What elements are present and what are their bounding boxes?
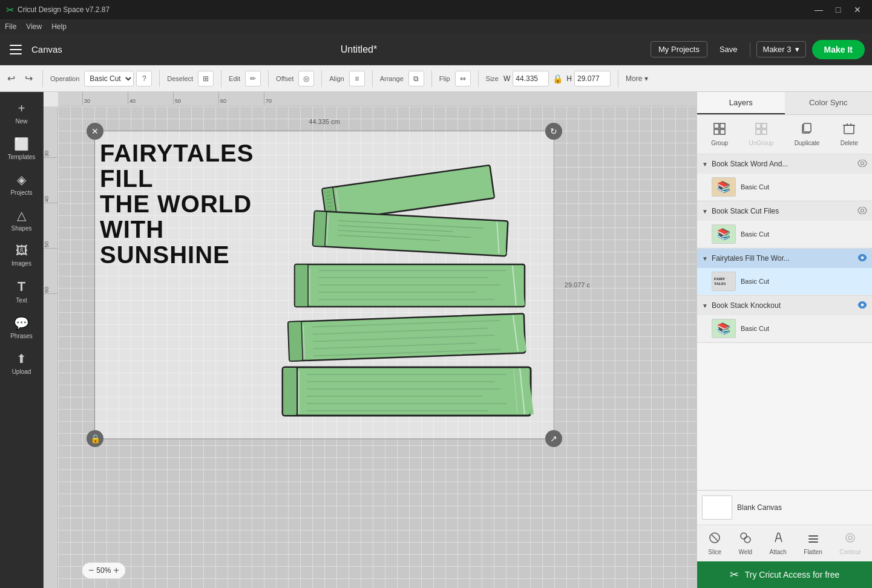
more-button[interactable]: More ▾	[626, 74, 648, 83]
sidebar-item-projects[interactable]: ◈ Projects	[2, 168, 41, 201]
tab-color-sync[interactable]: Color Sync	[785, 92, 873, 114]
svg-rect-37	[283, 367, 297, 416]
my-projects-button[interactable]: My Projects	[651, 41, 707, 57]
svg-point-67	[741, 533, 747, 539]
images-icon: 🖼	[16, 244, 28, 258]
sidebar-item-new[interactable]: + New	[2, 97, 41, 129]
redo-button[interactable]: ↪	[22, 71, 35, 85]
sidebar-item-phrases[interactable]: 💬 Phrases	[2, 311, 41, 344]
ruler-top: 30 40 50 60 70	[58, 92, 697, 106]
cricut-banner[interactable]: ✂ Try Cricut Access for free	[697, 561, 872, 588]
ruler-left: 30 40 50 60	[44, 106, 58, 588]
minimize-button[interactable]: —	[810, 4, 827, 16]
svg-rect-49	[756, 123, 761, 128]
menu-view[interactable]: View	[26, 22, 42, 31]
sidebar-item-templates[interactable]: ⬜ Templates	[2, 132, 41, 165]
canvas-area[interactable]: 30 40 50 60 70 30 40 50 60 44.335 cm 29.…	[44, 92, 697, 588]
svg-rect-70	[808, 538, 818, 540]
layer-visibility-bsw[interactable]	[857, 159, 867, 169]
sidebar-label-images: Images	[11, 260, 31, 267]
duplicate-button[interactable]: Duplicate	[790, 120, 825, 149]
weld-button[interactable]: Weld	[735, 529, 756, 558]
layer-item-ff[interactable]: FAIRYTALES Basic Cut	[697, 268, 872, 295]
shapes-icon: △	[17, 208, 26, 223]
slice-button[interactable]: Slice	[704, 529, 725, 558]
ruler-mark-v-40: 40	[44, 158, 57, 203]
svg-rect-12	[313, 211, 327, 247]
layer-visibility-bsk[interactable]	[857, 301, 867, 310]
sidebar-label-upload: Upload	[12, 368, 31, 375]
svg-text:TALES: TALES	[714, 282, 726, 286]
deselect-button[interactable]: ⊞	[198, 71, 214, 87]
duplicate-label: Duplicate	[795, 140, 820, 146]
menu-help[interactable]: Help	[51, 22, 67, 31]
sidebar-item-shapes[interactable]: △ Shapes	[2, 203, 41, 237]
delete-button[interactable]: Delete	[836, 120, 863, 149]
layer-name-bsw: Basic Cut	[741, 183, 769, 191]
layer-thumb-bsk: 📚	[712, 319, 736, 338]
edit-group: Edit ✏	[229, 71, 261, 87]
handle-bottom-left[interactable]: 🔒	[87, 430, 103, 447]
main-area: + New ⬜ Templates ◈ Projects △ Shapes 🖼 …	[0, 92, 872, 588]
undo-button[interactable]: ↩	[5, 71, 18, 85]
layer-group-header-bsk[interactable]: ▼ Book Stack Knockout	[697, 296, 872, 315]
design-frame[interactable]: 44.335 cm 29.077 c ✕ ↻ 🔒 ↗ FAIRYTALES FI…	[94, 131, 554, 439]
align-button[interactable]: ≡	[349, 71, 365, 87]
toolbar-sep-1	[42, 70, 43, 87]
tab-color-sync-label: Color Sync	[809, 98, 848, 107]
tab-layers[interactable]: Layers	[697, 92, 785, 114]
height-input[interactable]	[574, 71, 611, 87]
edit-button[interactable]: ✏	[245, 71, 261, 87]
svg-rect-47	[714, 129, 719, 134]
ruler-mark-v-30: 30	[44, 113, 57, 158]
layer-item-bsc[interactable]: 📚 Basic Cut	[697, 221, 872, 248]
bottom-panel: Blank Canvas Slice Weld	[697, 490, 872, 561]
arrange-button[interactable]: ⧉	[408, 71, 424, 87]
flatten-button[interactable]: Flatten	[800, 529, 826, 558]
zoom-in-button[interactable]: +	[113, 565, 119, 576]
layer-group-header-ff[interactable]: ▼ Fairytales Fill The Wor...	[697, 249, 872, 268]
flatten-label: Flatten	[804, 549, 822, 555]
layer-item-bsw[interactable]: 📚 Basic Cut	[697, 174, 872, 201]
layer-item-bsk[interactable]: 📚 Basic Cut	[697, 315, 872, 342]
layer-name-bsk: Basic Cut	[741, 325, 769, 332]
save-button[interactable]: Save	[713, 42, 744, 57]
attach-icon	[772, 531, 785, 547]
menu-file[interactable]: File	[5, 22, 16, 31]
panel-toolbar: Group UnGroup Duplicate Delete	[697, 115, 872, 154]
make-it-button[interactable]: Make It	[812, 40, 865, 59]
width-input[interactable]	[513, 71, 549, 87]
fairytales-text[interactable]: FAIRYTALES FILL THE WORLD WITH SUNSHINE	[100, 140, 269, 267]
svg-point-73	[848, 536, 852, 540]
layer-visibility-ff[interactable]	[857, 253, 867, 263]
operation-help-button[interactable]: ?	[136, 71, 152, 87]
handle-top-right[interactable]: ↻	[545, 123, 562, 140]
blank-canvas-row[interactable]: Blank Canvas	[697, 491, 872, 525]
zoom-out-button[interactable]: −	[88, 565, 94, 576]
layer-group-header-bsw[interactable]: ▼ Book Stack Word And...	[697, 154, 872, 174]
lock-icon[interactable]: 🔒	[552, 74, 563, 83]
svg-rect-21	[295, 264, 308, 307]
sidebar-item-upload[interactable]: ⬆ Upload	[2, 347, 41, 380]
layer-visibility-bsc[interactable]	[857, 206, 867, 216]
contour-button[interactable]: Contour	[836, 529, 865, 558]
operation-select[interactable]: Basic Cut	[84, 71, 134, 87]
offset-button[interactable]: ◎	[298, 71, 314, 87]
flatten-icon	[807, 531, 820, 547]
handle-top-left[interactable]: ✕	[87, 123, 103, 140]
hamburger-menu[interactable]	[7, 41, 24, 58]
weld-label: Weld	[739, 549, 753, 555]
maker-selector[interactable]: Maker 3 ▾	[756, 41, 806, 57]
canvas-content[interactable]: 44.335 cm 29.077 c ✕ ↻ 🔒 ↗ FAIRYTALES FI…	[58, 106, 697, 588]
group-button[interactable]: Group	[706, 120, 733, 149]
attach-button[interactable]: Attach	[766, 529, 790, 558]
maximize-button[interactable]: □	[830, 4, 847, 16]
ruler-mark-30: 30	[82, 92, 128, 105]
flip-button[interactable]: ⇔	[455, 71, 471, 87]
ungroup-button[interactable]: UnGroup	[744, 120, 779, 149]
sidebar-item-images[interactable]: 🖼 Images	[2, 239, 41, 272]
layer-group-header-bsc[interactable]: ▼ Book Stack Cut Files	[697, 201, 872, 221]
left-sidebar: + New ⬜ Templates ◈ Projects △ Shapes 🖼 …	[0, 92, 44, 588]
sidebar-item-text[interactable]: T Text	[2, 274, 41, 309]
close-button[interactable]: ✕	[849, 4, 866, 16]
